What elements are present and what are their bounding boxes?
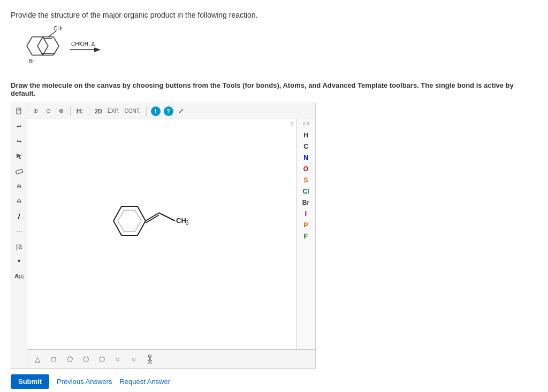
label-tool[interactable]: A[1] [13,270,25,282]
svg-marker-17 [113,206,146,235]
atom-N[interactable]: N [298,153,314,163]
zoom-in-toolbar[interactable]: ⊕ [31,106,40,117]
right-atoms-panel: ⠿⠿ H C N O S Cl Br I P F [296,119,315,349]
svg-line-29 [150,362,152,364]
separator-3 [146,106,147,116]
square-shape[interactable]: □ [48,353,59,365]
help-btn[interactable]: ? [164,106,173,116]
separator-2 [89,106,89,116]
svg-line-19 [146,213,159,221]
heptagon-shape[interactable]: ⬡ [96,353,108,365]
instruction-text: Draw the molecule on the canvas by choos… [11,81,537,97]
triangle-shape[interactable]: △ [32,353,43,365]
svg-text:CH: CH [176,217,186,225]
atom-S[interactable]: S [298,175,314,185]
atom-P[interactable]: P [298,220,314,230]
molecule-drawing: CH 3 [95,187,202,273]
zoom-out-btn[interactable]: ⊖ [13,195,25,207]
canvas-panel-wrapper: ⠿ CH 3 [27,119,315,349]
zoom-in-btn[interactable]: ⊕ [13,180,25,192]
dot-tool[interactable]: • [13,255,25,267]
pentagon-shape[interactable]: ⬠ [64,353,75,365]
svg-text:3: 3 [186,220,189,226]
redo-btn[interactable]: ↪ [13,135,25,147]
svg-text:3: 3 [60,26,63,30]
atom-Cl[interactable]: Cl [298,187,314,196]
atom-C[interactable]: C [298,142,314,151]
svg-line-21 [159,213,175,221]
hexagon-shape[interactable]: ⬡ [80,353,92,365]
octagon-shape[interactable]: ○ [112,353,124,365]
new-file-btn[interactable] [13,105,25,117]
request-answer-link[interactable]: Request Answer [119,378,170,386]
person-shape[interactable] [144,353,156,365]
svg-marker-15 [17,153,22,159]
svg-line-4 [48,31,56,37]
action-buttons: Submit Previous Answers Request Answer [11,374,537,389]
select-tool[interactable] [13,150,25,162]
hydrogens-btn[interactable]: H: [75,106,85,117]
submit-button[interactable]: Submit [11,374,49,389]
single-bond-tool[interactable]: / [13,210,25,222]
2d-btn[interactable]: 2D [94,106,103,117]
erase-tool[interactable] [13,165,25,177]
grid-dots: ⠿ [290,121,294,127]
left-toolbar: ↩ ↪ ⊕ ⊖ / ⋯ [ä • A[1] [11,103,27,368]
svg-line-27 [150,359,152,361]
svg-text:OH, Δ: OH, Δ [80,41,95,47]
previous-answers-link[interactable]: Previous Answers [57,378,112,386]
svg-line-28 [148,362,150,364]
separator-1 [70,106,71,116]
atoms-grid-icon: ⠿⠿ [302,121,310,127]
fullscreen-btn[interactable]: ⤢ [177,106,186,117]
svg-line-20 [146,215,159,223]
atom-F[interactable]: F [298,232,314,241]
bracket-tool[interactable]: [ä [13,240,25,252]
zoom-out-toolbar[interactable]: ⊖ [43,106,53,117]
canvas-area[interactable]: ⠿ CH 3 [27,119,296,349]
svg-point-24 [149,355,151,357]
svg-text:CH: CH [71,41,79,47]
cont-btn[interactable]: CONT. [124,106,142,117]
editor-main: ⊕ ⊖ ⊗ H: 2D EXP. CONT. i ? ⤢ ⠿ [27,103,315,368]
reaction-svg: Br CH 3 CH 3 OH, Δ [16,26,134,74]
bottom-toolbar: △ □ ⬠ ⬡ ⬡ ○ ○ [27,349,315,368]
atom-Br[interactable]: Br [298,198,314,207]
top-toolbar: ⊕ ⊖ ⊗ H: 2D EXP. CONT. i ? ⤢ [27,103,315,119]
svg-marker-18 [118,210,141,232]
clean-btn[interactable]: ⊗ [56,106,66,117]
atom-I[interactable]: I [298,209,314,219]
atom-O[interactable]: O [298,164,314,174]
reaction-diagram: Br CH 3 CH 3 OH, Δ [16,26,537,74]
undo-btn[interactable]: ↩ [13,120,25,132]
svg-text:Br: Br [28,58,34,64]
molecule-editor: ↩ ↪ ⊕ ⊖ / ⋯ [ä • A[1] ⊕ ⊖ ⊗ H: 2D EXP. C… [11,103,316,369]
svg-line-26 [148,359,150,361]
circle-shape[interactable]: ○ [128,353,140,365]
svg-rect-16 [16,169,22,174]
info-btn[interactable]: i [151,106,161,116]
exp-btn[interactable]: EXP. [106,106,120,117]
question-text: Provide the structure of the major organ… [11,11,537,19]
chain-tool[interactable]: ⋯ [13,225,25,237]
atom-H[interactable]: H [298,130,314,140]
